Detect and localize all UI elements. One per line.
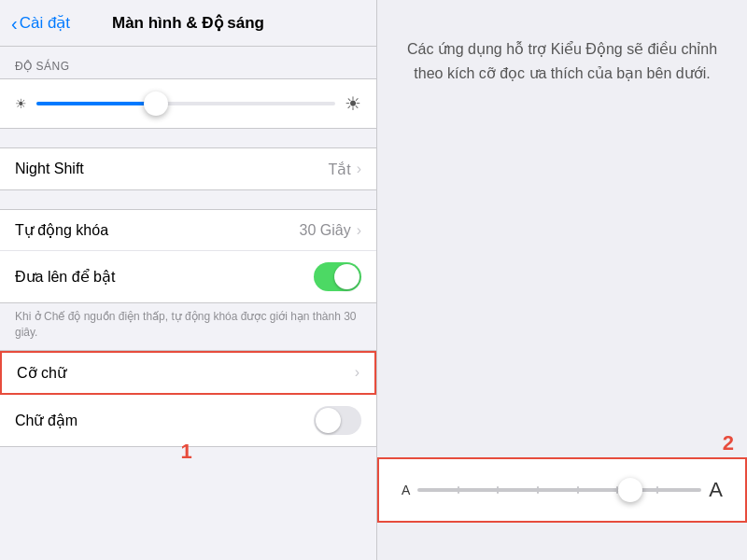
toggle-thumb [334, 264, 359, 289]
night-shift-chevron-icon: › [357, 161, 361, 177]
font-slider-track[interactable] [417, 488, 701, 492]
brightness-slider-track[interactable] [36, 102, 335, 105]
auto-lock-label: Tự động khóa [15, 221, 300, 239]
tick-6 [656, 486, 658, 494]
sun-large-icon: ☀ [345, 92, 361, 115]
hint-text: Khi ở Chế độ nguồn điện thấp, tự động kh… [0, 303, 376, 350]
font-a-large-label: A [709, 478, 723, 502]
tick-2 [497, 486, 499, 494]
back-label: Cài đặt [20, 13, 70, 33]
tick-3 [537, 486, 539, 494]
font-slider-container: 2 A A [377, 457, 747, 523]
auto-lock-row[interactable]: Tự động khóa 30 Giây › [0, 210, 376, 251]
night-shift-label: Night Shift [15, 161, 328, 177]
back-chevron-icon: ‹ [11, 14, 18, 33]
tick-4 [577, 486, 579, 494]
auto-lock-chevron-icon: › [357, 222, 361, 239]
tick-1 [458, 486, 459, 494]
auto-lock-value: 30 Giây [300, 222, 351, 239]
font-size-slider-area: A A [377, 457, 747, 523]
right-description: Các ứng dụng hỗ trợ Kiểu Động sẽ điều ch… [377, 0, 747, 104]
font-group: Cỡ chữ › Chữ đậm [0, 350, 376, 447]
font-size-row[interactable]: Cỡ chữ › [0, 351, 376, 395]
brightness-slider-thumb[interactable] [144, 91, 168, 116]
back-button[interactable]: ‹ Cài đặt [11, 13, 70, 33]
left-panel: ‹ Cài đặt Màn hình & Độ sáng ĐỘ SÁNG ☀ ☀… [0, 0, 377, 560]
raise-to-wake-row: Đưa lên để bật [0, 251, 376, 302]
font-size-label: Cỡ chữ [17, 364, 355, 382]
right-panel: Các ứng dụng hỗ trợ Kiểu Động sẽ điều ch… [377, 0, 747, 560]
nav-bar: ‹ Cài đặt Màn hình & Độ sáng [0, 0, 376, 47]
badge-2: 2 [723, 431, 734, 455]
sun-small-icon: ☀ [15, 96, 27, 111]
font-size-chevron-icon: › [355, 364, 359, 381]
font-section-wrapper: Cỡ chữ › Chữ đậm 1 [0, 350, 376, 447]
font-slider-row: A A [402, 478, 723, 502]
night-shift-row[interactable]: Night Shift Tắt › [0, 148, 376, 189]
font-a-small-label: A [402, 483, 410, 497]
night-shift-value: Tắt [328, 161, 350, 178]
font-slider-thumb[interactable] [618, 478, 642, 502]
badge-1: 1 [181, 440, 192, 464]
bold-text-toggle[interactable] [314, 406, 361, 435]
bold-toggle-thumb [316, 408, 341, 433]
brightness-row: ☀ ☀ [0, 78, 376, 129]
brightness-section-label: ĐỘ SÁNG [0, 47, 376, 78]
bold-text-row: Chữ đậm [0, 395, 376, 446]
brightness-slider-fill [36, 102, 156, 105]
raise-to-wake-toggle[interactable] [314, 262, 361, 291]
page-title: Màn hình & Độ sáng [112, 13, 264, 33]
night-shift-group: Night Shift Tắt › [0, 147, 376, 190]
settings-content: ĐỘ SÁNG ☀ ☀ Night Shift Tắt › Tự động kh… [0, 47, 376, 560]
auto-lock-group: Tự động khóa 30 Giây › Đưa lên để bật [0, 209, 376, 303]
raise-to-wake-label: Đưa lên để bật [15, 268, 314, 286]
bold-text-label: Chữ đậm [15, 412, 314, 429]
